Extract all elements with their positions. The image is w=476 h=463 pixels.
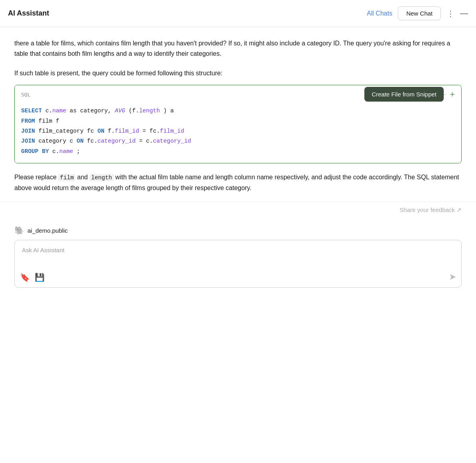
code-line-1: SELECT c.name as category, AVG (f.length… (21, 106, 455, 116)
feedback-label: Share your feedback (399, 206, 454, 213)
code-line-4: JOIN category c ON fc.category_id = c.ca… (21, 136, 455, 146)
input-placeholder: Ask AI Assistant (22, 247, 65, 253)
follow-up-code1: film (58, 174, 75, 181)
bookmark-icon[interactable]: 🔖 (20, 273, 30, 282)
input-wrapper: Ask AI Assistant 🔖 💾 ➤ (14, 240, 462, 288)
follow-up-code2: length (90, 174, 114, 181)
follow-up-text-before1: Please replace (14, 174, 58, 180)
db-name: ai_demo.public (28, 227, 68, 234)
intro-paragraph: there a table for films, which contains … (14, 38, 462, 59)
code-actions: ⎘ ≡← Create File from Snippet + (428, 89, 455, 100)
feedback-link[interactable]: Share your feedback ↗ (399, 206, 462, 214)
follow-up-paragraph: Please replace film and length with the … (14, 172, 462, 193)
code-body: SELECT c.name as category, AVG (f.length… (15, 102, 461, 163)
header: AI Assistant All Chats New Chat ⋮ — (0, 0, 476, 27)
code-block-wrapper: SQL ⎘ ≡← Create File from Snippet + SELE… (14, 85, 462, 163)
db-icon: 🐘 (14, 226, 24, 235)
new-chat-button[interactable]: New Chat (398, 6, 441, 20)
bottom-area: 🐘 ai_demo.public Ask AI Assistant 🔖 💾 ➤ (0, 218, 476, 296)
feedback-arrow: ↗ (456, 206, 462, 213)
send-button[interactable]: ➤ (449, 272, 456, 282)
code-language: SQL (21, 92, 30, 98)
all-chats-link[interactable]: All Chats (367, 10, 392, 17)
db-label-row: 🐘 ai_demo.public (14, 226, 462, 235)
more-icon[interactable]: ⋮ (446, 9, 454, 18)
code-header: SQL ⎘ ≡← Create File from Snippet + (15, 85, 461, 102)
code-line-3: JOIN film_category fc ON f.film_id = fc.… (21, 126, 455, 136)
app-title: AI Assistant (8, 9, 367, 18)
follow-up-text-mid1: and (75, 174, 90, 180)
ask-input[interactable]: Ask AI Assistant (14, 240, 462, 288)
feedback-row: Share your feedback ↗ (0, 201, 476, 218)
code-line-2: FROM film f (21, 116, 455, 126)
create-file-tooltip-container: Create File from Snippet + (450, 89, 455, 100)
create-file-tooltip: Create File from Snippet (364, 87, 444, 102)
code-block: SQL ⎘ ≡← Create File from Snippet + SELE… (14, 85, 462, 163)
send-icon-wrapper: ➤ (449, 272, 456, 282)
input-bottom-icons: 🔖 💾 (20, 273, 45, 282)
structure-paragraph: If such table is present, the query coul… (14, 68, 462, 78)
save-icon[interactable]: 💾 (35, 273, 45, 282)
minimize-icon[interactable]: — (460, 9, 468, 18)
main-content: there a table for films, which contains … (0, 27, 476, 193)
header-actions: All Chats New Chat ⋮ — (367, 6, 468, 20)
code-line-5: GROUP BY c.name ; (21, 147, 455, 157)
create-file-icon[interactable]: + (450, 89, 455, 100)
